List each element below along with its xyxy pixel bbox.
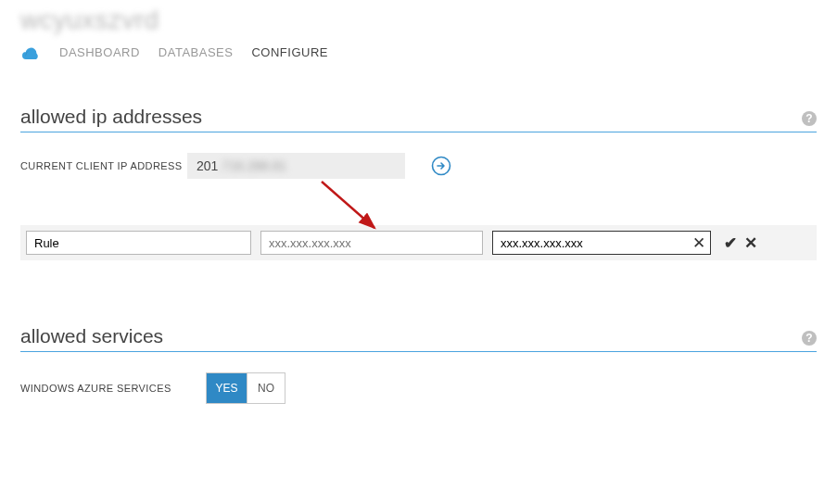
- section-divider: [20, 132, 817, 132]
- rule-start-ip-input[interactable]: [260, 231, 483, 255]
- help-icon[interactable]: ?: [802, 111, 817, 126]
- section-title-allowed-services: allowed services: [20, 325, 163, 347]
- firewall-rule-row: ✕ ✔ ✕: [20, 225, 817, 260]
- ip-visible-prefix: 201: [197, 158, 218, 173]
- section-title-allowed-ip: allowed ip addresses: [20, 106, 202, 128]
- cancel-rule-icon[interactable]: ✕: [744, 233, 757, 253]
- windows-azure-services-label: WINDOWS AZURE SERVICES: [20, 383, 206, 394]
- tab-configure[interactable]: CONFIGURE: [251, 45, 328, 59]
- rule-name-input[interactable]: [26, 231, 251, 255]
- azure-services-yes-button[interactable]: YES: [207, 373, 247, 403]
- tab-databases[interactable]: DATABASES: [159, 45, 234, 59]
- azure-services-no-button[interactable]: NO: [247, 373, 285, 403]
- current-client-ip-row: CURRENT CLIENT IP ADDRESS 201.716.288.81: [20, 153, 817, 179]
- current-client-ip-label: CURRENT CLIENT IP ADDRESS: [20, 160, 187, 171]
- tab-bar: DASHBOARD DATABASES CONFIGURE: [20, 44, 817, 59]
- help-icon[interactable]: ?: [802, 331, 817, 346]
- rule-end-ip-input[interactable]: [492, 231, 711, 255]
- current-client-ip-value: 201.716.288.81: [187, 153, 405, 179]
- azure-services-toggle: YES NO: [206, 372, 285, 404]
- ip-obscured-suffix: .716.288.81: [218, 158, 286, 173]
- tab-dashboard[interactable]: DASHBOARD: [59, 45, 140, 59]
- confirm-rule-icon[interactable]: ✔: [724, 233, 737, 253]
- svg-line-1: [322, 182, 374, 228]
- database-server-icon: [20, 44, 41, 59]
- server-name: wcyuxszvrd: [20, 6, 817, 35]
- section-divider: [20, 351, 817, 352]
- clear-input-icon[interactable]: ✕: [692, 235, 705, 251]
- add-client-ip-button[interactable]: [431, 156, 451, 176]
